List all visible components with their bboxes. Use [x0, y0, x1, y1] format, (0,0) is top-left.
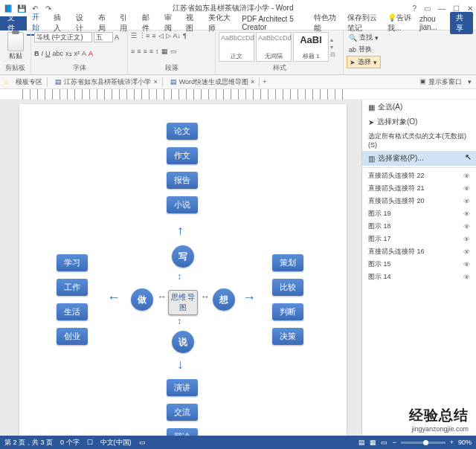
font-size-select[interactable]: 五 — [94, 32, 113, 42]
strike-icon[interactable]: abc — [53, 50, 64, 57]
select-button[interactable]: ➤选择 ▾ — [347, 56, 381, 68]
selection-item[interactable]: 直接箭头连接符 20👁 — [362, 195, 476, 207]
eye-icon[interactable]: 👁 — [463, 261, 470, 268]
replace-button[interactable]: ab替换 — [347, 44, 381, 55]
underline-icon[interactable]: U — [45, 50, 51, 57]
selection-item[interactable]: 直接箭头连接符 22👁 — [362, 169, 476, 182]
zoom-out-icon[interactable]: − — [392, 439, 396, 446]
eye-icon[interactable]: 👁 — [463, 210, 470, 218]
node-right[interactable]: 比较 — [272, 279, 303, 296]
multi-window[interactable]: ▣ 显示多窗口 — [419, 77, 462, 87]
justify-icon[interactable]: ≡ — [149, 48, 153, 55]
close-icon[interactable]: ✕ — [467, 4, 473, 13]
paste-button[interactable]: 粘贴 — [3, 32, 28, 61]
selection-item[interactable]: 图示 19👁 — [362, 207, 476, 220]
doc-tab-1[interactable]: ▤江苏省如东县栟茶镇浒澪小学× — [51, 77, 162, 87]
style-normal[interactable]: AaBbCcDd正文 — [219, 32, 254, 62]
horizontal-ruler[interactable] — [22, 89, 350, 100]
style-nospacing[interactable]: AaBbCcDd无间隔 — [256, 32, 292, 62]
node-think[interactable]: 想 — [213, 288, 235, 311]
menu-select-all[interactable]: ▦全选(A) — [362, 100, 476, 114]
add-tab-icon[interactable]: + — [263, 78, 266, 85]
highlight-icon[interactable]: A — [82, 50, 86, 57]
numbering-icon[interactable]: ⋮≡ — [139, 32, 149, 39]
style-heading1[interactable]: AaBl标题 1 — [293, 32, 329, 62]
document-canvas[interactable]: 思维 导图 写 做 想 说 ↑ ← → ↓ ↕ ↔ ↔ ↕ 论文 作文 报告 小… — [0, 100, 361, 436]
styles-up-icon[interactable]: ▴ — [330, 36, 335, 43]
font-name-select[interactable]: 等线 (中文正文) — [34, 32, 92, 42]
save-icon[interactable]: 💾 — [16, 4, 27, 13]
node-bottom[interactable]: 交流 — [167, 404, 198, 421]
eye-icon[interactable]: 👁 — [463, 236, 470, 243]
node-center[interactable]: 思维 导图 — [168, 290, 198, 315]
grow-font-icon[interactable]: A — [115, 33, 119, 41]
styles-down-icon[interactable]: ▾ — [330, 44, 335, 51]
node-bottom[interactable]: 演讲 — [167, 379, 198, 396]
node-left[interactable]: 创业 — [57, 328, 88, 345]
bold-icon[interactable]: B — [34, 50, 39, 57]
view-print-icon[interactable]: ▦ — [370, 439, 376, 446]
zoom-level[interactable]: 90% — [458, 439, 472, 446]
node-bottom[interactable]: 辩论 — [167, 428, 198, 436]
node-right[interactable]: 决策 — [272, 328, 303, 345]
status-lang[interactable]: 中文(中国) — [100, 438, 132, 448]
home-icon[interactable]: ⌂ — [4, 78, 8, 85]
sort-icon[interactable]: A↓ — [173, 32, 181, 39]
view-web-icon[interactable]: ▭ — [381, 439, 387, 446]
line-spacing-icon[interactable]: ↕ — [155, 48, 159, 55]
align-center-icon[interactable]: ≡ — [137, 48, 141, 55]
zoom-in-icon[interactable]: + — [450, 439, 454, 446]
menu-select-similar[interactable]: 选定所有格式类似的文本(无数据)(S) — [362, 129, 476, 151]
eye-icon[interactable]: 👁 — [463, 198, 470, 205]
find-button[interactable]: 🔍查找 ▾ — [347, 32, 381, 43]
align-left-icon[interactable]: ≡ — [131, 48, 135, 55]
close-doc-icon[interactable]: × — [153, 78, 157, 85]
node-do[interactable]: 做 — [131, 288, 153, 311]
eye-icon[interactable]: 👁 — [463, 248, 470, 256]
help-icon[interactable]: ? — [412, 4, 416, 13]
selection-item[interactable]: 图示 18👁 — [362, 220, 476, 233]
selection-item[interactable]: 图示 15👁 — [362, 258, 476, 271]
menu-selection-pane[interactable]: ▥选择窗格(P)...↖ — [362, 151, 476, 166]
multilevel-icon[interactable]: ≡ — [152, 32, 155, 39]
status-lang-icon[interactable]: ☐ — [87, 439, 93, 446]
status-insert[interactable]: ▭ — [139, 439, 146, 446]
indent-inc-icon[interactable]: ▷ — [166, 32, 171, 39]
node-left[interactable]: 生活 — [57, 303, 88, 320]
eye-icon[interactable]: 👁 — [463, 185, 470, 193]
node-left[interactable]: 学习 — [57, 254, 88, 271]
menu-select-objects[interactable]: ➤选择对象(O) — [362, 114, 476, 129]
node-top[interactable]: 作文 — [167, 147, 198, 164]
tab-templates[interactable]: 模板专区 — [11, 77, 48, 87]
maximize-icon[interactable]: ☐ — [453, 4, 460, 13]
selection-item[interactable]: 直接箭头连接符 21👁 — [362, 182, 476, 195]
eye-icon[interactable]: 👁 — [463, 223, 470, 230]
close-doc-icon[interactable]: × — [251, 78, 254, 85]
minimize-icon[interactable]: — — [438, 4, 446, 13]
italic-icon[interactable]: I — [42, 50, 44, 57]
node-top[interactable]: 论文 — [167, 123, 198, 140]
ribbon-toggle-icon[interactable]: ▭ — [424, 4, 431, 13]
bullets-icon[interactable]: ☰ — [131, 32, 137, 39]
tab-file[interactable]: 文件 — [0, 16, 27, 30]
dropdown-icon[interactable]: ▾ — [468, 78, 472, 85]
selection-item[interactable]: 图示 17👁 — [362, 233, 476, 245]
zoom-slider[interactable] — [401, 442, 446, 444]
selection-item[interactable]: 图示 14👁 — [362, 271, 476, 283]
status-page[interactable]: 第 2 页，共 3 页 — [4, 438, 53, 448]
eye-icon[interactable]: 👁 — [463, 274, 470, 281]
node-top[interactable]: 报告 — [167, 172, 198, 189]
align-right-icon[interactable]: ≡ — [144, 48, 147, 55]
user-name[interactable]: zhou jian... — [419, 15, 446, 31]
font-color-icon[interactable]: A — [89, 50, 93, 57]
indent-dec-icon[interactable]: ◁ — [158, 32, 164, 39]
view-read-icon[interactable]: ▤ — [358, 439, 365, 446]
node-write[interactable]: 写 — [172, 245, 194, 268]
shading-icon[interactable]: ▦ — [161, 48, 168, 55]
status-words[interactable]: 0 个字 — [60, 438, 80, 448]
node-right[interactable]: 策划 — [272, 254, 303, 271]
eye-icon[interactable]: 👁 — [463, 172, 470, 180]
doc-tab-2[interactable]: ▤Word快速生成思维导图× — [166, 77, 260, 87]
borders-icon[interactable]: ▭ — [170, 48, 177, 55]
node-right[interactable]: 判断 — [272, 303, 303, 320]
